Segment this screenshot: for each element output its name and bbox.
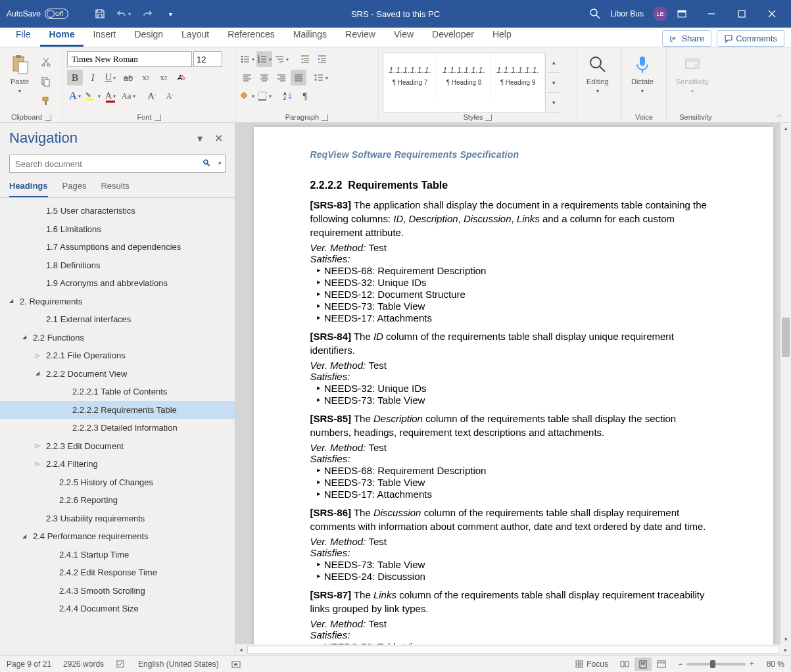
- dictate-button[interactable]: Dictate ▾: [626, 50, 659, 113]
- heading-item[interactable]: ▷2.2.1 File Operations: [0, 347, 235, 365]
- styles-more-icon[interactable]: ▾: [548, 93, 559, 113]
- shrink-font-icon[interactable]: Aˇ: [162, 88, 178, 104]
- print-layout-icon[interactable]: [635, 658, 652, 671]
- styles-gallery[interactable]: 1.1.1.1.1.1.¶ Heading 71.1.1.1.1.1.¶ Hea…: [383, 53, 546, 113]
- zoom-in-button[interactable]: +: [750, 660, 754, 669]
- zoom-slider[interactable]: [686, 663, 746, 665]
- collapse-icon[interactable]: ◢: [22, 533, 33, 540]
- close-icon[interactable]: ✕: [211, 131, 226, 145]
- heading-item[interactable]: 2.2.2.1 Table of Contents: [0, 383, 235, 401]
- heading-item[interactable]: ▷2.2.3 Edit Document: [0, 437, 235, 456]
- underline-button[interactable]: U▾: [103, 70, 118, 85]
- document-scroll[interactable]: ReqView Software Requirements Specificat…: [235, 123, 791, 644]
- dialog-launcher-icon[interactable]: [485, 114, 492, 121]
- heading-item[interactable]: ◢2.2.2 Document View: [0, 365, 235, 383]
- maximize-button[interactable]: [727, 4, 757, 24]
- increase-indent-icon[interactable]: [314, 51, 330, 67]
- search-icon[interactable]: 🔍︎: [202, 158, 211, 168]
- style-item[interactable]: 1.1.1.1.1.1.¶ Heading 9: [491, 53, 545, 98]
- heading-item[interactable]: 2.4.1 Startup Time: [0, 546, 235, 564]
- strikethrough-button[interactable]: ab: [120, 70, 136, 85]
- read-mode-icon[interactable]: [616, 658, 633, 671]
- multilevel-list-icon[interactable]: ▾: [274, 51, 289, 67]
- sort-icon[interactable]: AZ: [280, 88, 296, 104]
- tab-references[interactable]: References: [218, 25, 284, 47]
- font-family-select[interactable]: [67, 51, 192, 67]
- zoom-level[interactable]: 80 %: [758, 660, 784, 669]
- heading-item[interactable]: 2.2.6 Reporting: [0, 491, 235, 510]
- align-center-icon[interactable]: [256, 70, 272, 85]
- close-button[interactable]: [757, 4, 787, 24]
- heading-item[interactable]: 1.7 Assumptions and dependencies: [0, 238, 235, 256]
- change-case-icon[interactable]: Aa▾: [120, 88, 136, 104]
- line-spacing-icon[interactable]: ▾: [313, 70, 329, 85]
- borders-icon[interactable]: ▾: [256, 88, 272, 104]
- user-name[interactable]: Libor Bus: [610, 9, 644, 18]
- collapse-icon[interactable]: ◢: [9, 297, 20, 305]
- save-icon[interactable]: [92, 6, 108, 22]
- tab-help[interactable]: Help: [483, 25, 521, 47]
- tab-layout[interactable]: Layout: [172, 25, 218, 47]
- heading-item[interactable]: 1.8 Definitions: [0, 256, 235, 275]
- expand-icon[interactable]: ▷: [36, 442, 46, 450]
- dialog-launcher-icon[interactable]: [322, 114, 328, 121]
- macro-icon[interactable]: [231, 659, 241, 669]
- heading-item[interactable]: 2.4.3 Smooth Scrolling: [0, 582, 235, 600]
- search-input[interactable]: [9, 155, 226, 173]
- collapse-icon[interactable]: ◢: [22, 333, 33, 341]
- page-indicator[interactable]: Page 9 of 21: [7, 660, 51, 669]
- zoom-out-button[interactable]: −: [678, 660, 683, 669]
- style-item[interactable]: 1.1.1.1.1.1.¶ Heading 7: [383, 53, 437, 98]
- horizontal-scrollbar[interactable]: ◂ ▸: [235, 644, 791, 655]
- clear-formatting-icon[interactable]: A: [174, 70, 189, 85]
- decrease-indent-icon[interactable]: [297, 51, 313, 67]
- scroll-down-icon[interactable]: ▾: [548, 73, 559, 93]
- format-painter-icon[interactable]: [38, 93, 54, 109]
- text-effects-icon[interactable]: A▾: [67, 88, 83, 104]
- tab-developer[interactable]: Developer: [423, 25, 483, 47]
- ribbon-display-options-icon[interactable]: [677, 9, 687, 19]
- tab-mailings[interactable]: Mailings: [284, 25, 336, 47]
- paste-button[interactable]: Paste ▾: [4, 50, 36, 113]
- dialog-launcher-icon[interactable]: [155, 114, 161, 121]
- heading-item[interactable]: ◢2.4 Performance requirements: [0, 527, 235, 546]
- scroll-up-icon[interactable]: ▴: [548, 53, 559, 73]
- user-avatar[interactable]: LB: [653, 7, 667, 21]
- shading-icon[interactable]: ▾: [239, 88, 255, 104]
- justify-icon[interactable]: [291, 70, 306, 85]
- nav-tab-results[interactable]: Results: [101, 181, 129, 197]
- heading-item[interactable]: ▷2.2.4 Filtering: [0, 455, 235, 473]
- search-icon[interactable]: [589, 8, 601, 20]
- heading-item[interactable]: 2.2.2.2 Requirements Table: [0, 401, 235, 420]
- scroll-right-icon[interactable]: ▸: [780, 646, 791, 653]
- web-layout-icon[interactable]: [653, 658, 670, 671]
- font-color-icon[interactable]: A▾: [103, 88, 118, 104]
- heading-item[interactable]: 2.2.5 History of Changes: [0, 473, 235, 492]
- nav-tab-headings[interactable]: Headings: [9, 181, 48, 197]
- collapse-ribbon-icon[interactable]: ︿: [777, 110, 783, 120]
- word-count[interactable]: 2926 words: [63, 660, 104, 669]
- scroll-left-icon[interactable]: ◂: [235, 646, 246, 653]
- bullets-icon[interactable]: ▾: [239, 51, 255, 67]
- search-options-icon[interactable]: ▾: [218, 160, 222, 166]
- comments-button[interactable]: Comments: [717, 30, 784, 47]
- heading-item[interactable]: 2.3 Usability requirements: [0, 510, 235, 528]
- show-marks-icon[interactable]: ¶: [297, 88, 313, 104]
- heading-item[interactable]: 2.1 External interfaces: [0, 310, 235, 329]
- scroll-down-icon[interactable]: ▾: [780, 634, 791, 644]
- align-left-icon[interactable]: [239, 70, 255, 85]
- style-item[interactable]: 1.1.1.1.1.1.¶ Heading 8: [437, 53, 491, 98]
- minimize-button[interactable]: [696, 4, 727, 24]
- redo-button[interactable]: [139, 6, 155, 22]
- align-right-icon[interactable]: [274, 70, 289, 85]
- undo-button[interactable]: ▾: [116, 6, 132, 22]
- copy-icon[interactable]: [38, 74, 54, 89]
- collapse-icon[interactable]: ◢: [36, 370, 46, 377]
- italic-button[interactable]: I: [85, 70, 101, 85]
- styles-scroll[interactable]: ▴ ▾ ▾: [548, 53, 559, 113]
- editing-button[interactable]: Editing ▾: [581, 50, 614, 113]
- expand-icon[interactable]: ▷: [36, 352, 46, 360]
- tab-file[interactable]: File: [7, 25, 40, 47]
- heading-item[interactable]: 2.4.2 Edit Response Time: [0, 564, 235, 582]
- heading-item[interactable]: 1.6 Limitations: [0, 220, 235, 239]
